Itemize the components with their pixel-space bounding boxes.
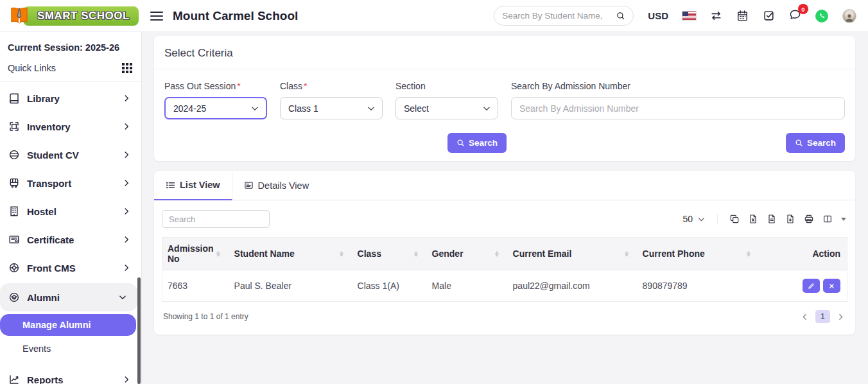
sidebar-item-library[interactable]: Library — [0, 84, 141, 112]
task-check-icon[interactable] — [763, 10, 775, 22]
required-marker: * — [304, 81, 307, 91]
hamburger-menu-icon[interactable] — [150, 12, 163, 21]
package-icon — [8, 121, 20, 132]
next-page-icon[interactable] — [837, 313, 845, 321]
book-pen-logo-icon — [6, 5, 32, 27]
section-select[interactable]: Select — [395, 97, 498, 119]
chevron-right-icon — [122, 207, 131, 216]
quick-links-row[interactable]: Quick Links — [0, 59, 141, 82]
sort-icon[interactable] — [625, 251, 632, 257]
previous-page-icon[interactable] — [801, 313, 809, 321]
print-icon[interactable] — [804, 214, 814, 224]
logo-area: SMART SCHOOL — [0, 4, 141, 28]
sidebar-item-front-cms[interactable]: Front CMS — [0, 254, 141, 282]
sort-icon[interactable] — [747, 251, 754, 257]
sidebar-item-certificate[interactable]: Certificate — [0, 225, 141, 254]
pdf-icon[interactable] — [785, 214, 795, 224]
table-search-input[interactable] — [162, 210, 270, 228]
sort-icon[interactable] — [340, 251, 347, 257]
swap-icon[interactable] — [710, 10, 722, 22]
sort-icon[interactable] — [414, 251, 422, 257]
whatsapp-icon[interactable] — [815, 10, 828, 22]
tab-details-view[interactable]: Details View — [232, 171, 321, 200]
pagination: 1 — [801, 310, 845, 323]
select-criteria-card: Select Criteria Pass Out Session* 2024-2… — [154, 36, 855, 161]
chevron-down-icon — [367, 104, 376, 113]
sidebar-item-student-cv[interactable]: Student CV — [0, 141, 141, 169]
column-header-gender[interactable]: Gender — [427, 238, 508, 270]
us-flag-icon[interactable] — [682, 12, 696, 20]
sort-icon[interactable] — [216, 251, 224, 257]
cell-admission-no: 7663 — [162, 270, 229, 302]
bus-icon — [8, 177, 20, 189]
student-search[interactable] — [494, 6, 634, 26]
smart-school-logo[interactable]: SMART SCHOOL — [6, 4, 139, 28]
column-header-current-email[interactable]: Current Email — [508, 238, 638, 270]
showing-entries-text: Showing 1 to 1 of 1 entry — [163, 312, 248, 321]
currency-selector[interactable]: USD — [648, 10, 668, 21]
criteria-fields: Pass Out Session* 2024-25 Class* Class 1… — [154, 69, 855, 119]
chevron-right-icon — [122, 94, 131, 103]
sidebar-subitem-manage-alumni[interactable]: Manage Alumni — [0, 314, 136, 336]
chart-icon — [8, 374, 20, 384]
copy-icon[interactable] — [729, 214, 740, 224]
sort-icon[interactable] — [495, 251, 503, 257]
criteria-title: Select Criteria — [154, 36, 855, 69]
search-icon — [795, 139, 803, 147]
search-icon[interactable] — [616, 10, 625, 22]
user-avatar[interactable] — [842, 9, 856, 23]
pass-out-session-value: 2024-25 — [173, 103, 206, 114]
student-search-input[interactable] — [502, 11, 616, 21]
admission-number-field: Search By Admission Number — [511, 81, 845, 119]
pass-out-session-field: Pass Out Session* 2024-25 — [164, 81, 267, 119]
sidebar-item-alumni[interactable]: Alumni — [0, 283, 137, 311]
caret-down-icon[interactable] — [841, 218, 846, 221]
apps-grid-icon[interactable] — [122, 63, 132, 73]
tab-list-view[interactable]: List View — [154, 171, 232, 200]
csv-icon[interactable] — [767, 214, 777, 224]
required-marker: * — [237, 81, 240, 91]
calendar-icon[interactable] — [736, 10, 749, 22]
pass-out-session-select[interactable]: 2024-25 — [164, 97, 267, 119]
page-length-select[interactable]: 50 — [682, 214, 718, 224]
search-button[interactable]: Search — [447, 133, 507, 153]
disable-button[interactable] — [823, 279, 840, 293]
column-header-class[interactable]: Class — [352, 238, 427, 270]
topbar-actions: USD 0 — [494, 6, 868, 26]
columns-icon[interactable] — [822, 214, 833, 224]
sidebar-item-inventory[interactable]: Inventory — [0, 112, 141, 141]
excel-icon[interactable] — [748, 214, 758, 224]
table-toolbar: 50 — [154, 200, 855, 233]
column-header-student-name[interactable]: Student Name — [229, 238, 352, 270]
column-header-admission-no[interactable]: Admission No — [162, 238, 229, 270]
section-value: Select — [404, 103, 429, 114]
cell-class: Class 1(A) — [352, 270, 427, 302]
class-select[interactable]: Class 1 — [280, 97, 383, 119]
chevron-down-icon — [697, 215, 706, 223]
chevron-down-icon — [118, 293, 127, 302]
column-header-current-phone[interactable]: Current Phone — [638, 238, 759, 270]
edit-button[interactable] — [803, 279, 820, 293]
class-value: Class 1 — [288, 103, 318, 114]
results-card: List View Details View 50 — [154, 171, 855, 335]
chevron-down-icon — [250, 104, 259, 113]
sidebar-nav: Library Inventory Student CV Transport — [0, 82, 141, 384]
chevron-right-icon — [122, 150, 131, 159]
chevron-down-icon — [482, 104, 491, 113]
admission-number-input[interactable] — [511, 97, 845, 119]
chat-button[interactable]: 0 — [789, 8, 801, 23]
page-number[interactable]: 1 — [815, 310, 830, 323]
page-title: Mount Carmel School — [173, 9, 298, 23]
sidebar-scrollbar[interactable] — [137, 277, 141, 384]
current-session-label: Current Session: 2025-26 — [0, 37, 141, 59]
table-row[interactable]: 7663 Paul S. Bealer Class 1(A) Male paul… — [162, 270, 847, 302]
sidebar-item-hostel[interactable]: Hostel — [0, 197, 141, 225]
building-icon — [8, 205, 20, 217]
sidebar-item-reports[interactable]: Reports — [0, 365, 141, 384]
sidebar-subitem-events[interactable]: Events — [0, 337, 141, 360]
view-tabs: List View Details View — [154, 171, 855, 200]
certificate-icon — [8, 234, 20, 245]
topbar: SMART SCHOOL Mount Carmel School USD — [0, 0, 868, 32]
sidebar-item-transport[interactable]: Transport — [0, 169, 141, 197]
search-button-admission[interactable]: Search — [786, 133, 845, 153]
